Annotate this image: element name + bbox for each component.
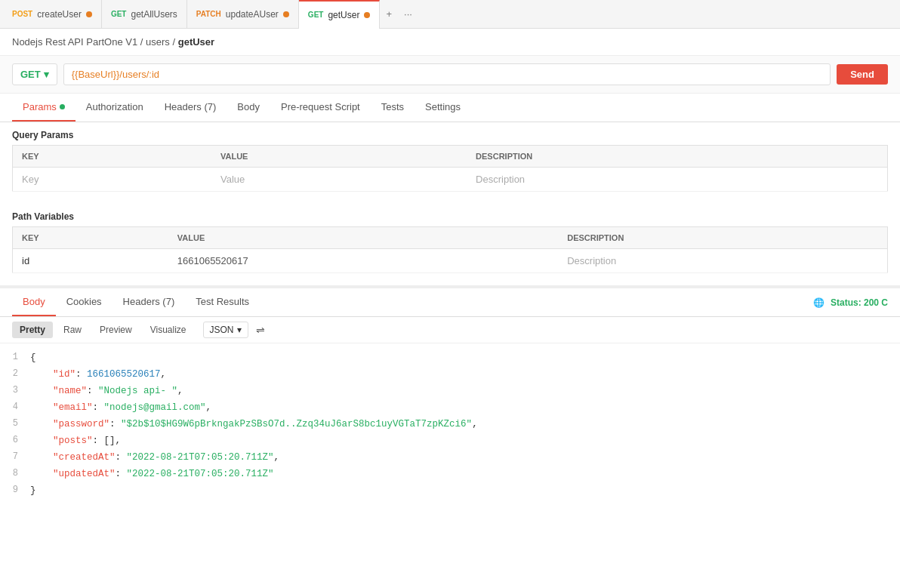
more-tabs-button[interactable]: ··· — [398, 8, 418, 20]
res-tab-test-results-label: Test Results — [196, 296, 249, 307]
format-tab-preview[interactable]: Preview — [92, 322, 140, 338]
tab-method-patch: PATCH — [196, 10, 221, 18]
response-meta: 🌐 Status: 200 C — [813, 297, 888, 308]
tab-dot-createUser — [86, 11, 92, 17]
json-line-4: 4 "email": "nodejs@gmail.com", — [0, 399, 900, 416]
url-bar: GET ▾ Send — [0, 56, 900, 94]
req-tab-pre-request[interactable]: Pre-request Script — [270, 94, 371, 122]
tab-getAllUsers[interactable]: GET getAllUsers — [102, 0, 187, 29]
query-desc-placeholder[interactable]: Description — [467, 168, 887, 192]
method-select[interactable]: GET ▾ — [12, 63, 57, 85]
tab-dot-getUser — [364, 12, 370, 18]
req-tab-body-label: Body — [237, 101, 260, 112]
req-tab-headers-label: Headers (7) — [165, 101, 217, 112]
query-value-placeholder[interactable]: Value — [211, 168, 467, 192]
status-badge: Status: 200 C — [831, 297, 888, 308]
format-tab-pretty[interactable]: Pretty — [12, 322, 53, 338]
tab-dot-updateAUser — [283, 11, 289, 17]
tab-method-get-2: GET — [308, 11, 324, 19]
res-tab-cookies[interactable]: Cookies — [56, 288, 112, 316]
res-tab-headers-label: Headers (7) — [123, 296, 175, 307]
path-var-key-id: id — [13, 249, 168, 273]
req-tab-authorization-label: Authorization — [86, 101, 143, 112]
req-tab-params-label: Params — [23, 101, 57, 112]
json-line-8: 8 "updatedAt": "2022-08-21T07:05:20.711Z… — [0, 466, 900, 482]
response-section: Body Cookies Headers (7) Test Results 🌐 … — [0, 285, 900, 505]
path-variables-title: Path Variables — [12, 204, 888, 226]
path-var-desc-id[interactable]: Description — [558, 249, 887, 273]
query-col-desc: DESCRIPTION — [467, 146, 887, 168]
query-key-placeholder[interactable]: Key — [13, 168, 211, 192]
json-line-9: 9 } — [0, 482, 900, 499]
breadcrumb-collection[interactable]: Nodejs Rest API PartOne V1 — [12, 36, 137, 48]
req-tab-tests-label: Tests — [381, 101, 404, 112]
url-input[interactable] — [63, 63, 831, 85]
req-tab-params[interactable]: Params — [12, 94, 76, 122]
query-params-title: Query Params — [12, 122, 888, 145]
format-tab-visualize[interactable]: Visualize — [143, 322, 194, 338]
tab-label-getAllUsers: getAllUsers — [131, 9, 177, 20]
query-col-key: KEY — [13, 146, 211, 168]
tab-label-getUser: getUser — [328, 10, 359, 20]
tabs-bar: POST createUser GET getAllUsers PATCH up… — [0, 0, 900, 29]
params-section: Query Params KEY VALUE DESCRIPTION Key V… — [0, 122, 900, 273]
breadcrumb-sep-1: / — [140, 36, 146, 48]
query-params-placeholder-row: Key Value Description — [13, 168, 888, 192]
ellipsis-icon: ··· — [404, 8, 412, 20]
json-body: 1 { 2 "id": 1661065520617, 3 "name": "No… — [0, 343, 900, 505]
json-line-2: 2 "id": 1661065520617, — [0, 366, 900, 383]
path-col-value: VALUE — [168, 227, 558, 249]
method-label-get: GET — [20, 69, 41, 80]
tab-method-post: POST — [12, 10, 32, 18]
globe-icon: 🌐 — [813, 297, 824, 308]
format-tab-raw[interactable]: Raw — [56, 322, 89, 338]
req-tab-headers[interactable]: Headers (7) — [154, 94, 227, 122]
breadcrumb-current: getUser — [178, 36, 214, 48]
res-tab-cookies-label: Cookies — [66, 296, 102, 307]
req-tab-pre-request-label: Pre-request Script — [281, 101, 360, 112]
json-line-7: 7 "createdAt": "2022-08-21T07:05:20.711Z… — [0, 449, 900, 466]
json-format-label: JSON — [210, 325, 234, 335]
breadcrumb-folder[interactable]: users — [146, 36, 170, 48]
response-tabs-bar: Body Cookies Headers (7) Test Results 🌐 … — [0, 288, 900, 317]
tab-method-get-1: GET — [111, 10, 127, 18]
format-bar: Pretty Raw Preview Visualize JSON ▾ ⇌ — [0, 317, 900, 343]
tab-label-createUser: createUser — [37, 9, 82, 20]
query-params-table: KEY VALUE DESCRIPTION Key Value Descript… — [12, 145, 888, 192]
req-tab-settings-label: Settings — [425, 101, 461, 112]
chevron-down-icon: ▾ — [44, 69, 49, 80]
path-var-value-id: 1661065520617 — [168, 249, 558, 273]
json-line-5: 5 "password": "$2b$10$HG9W6pBrkngakPzSBs… — [0, 416, 900, 433]
plus-icon: + — [386, 8, 392, 20]
wrap-button[interactable]: ⇌ — [251, 322, 270, 337]
path-variables-table: KEY VALUE DESCRIPTION id 1661065520617 D… — [12, 226, 888, 273]
json-format-select[interactable]: JSON ▾ — [203, 322, 248, 338]
res-tab-body-label: Body — [23, 296, 45, 307]
new-tab-button[interactable]: + — [380, 8, 398, 20]
req-tab-body[interactable]: Body — [227, 94, 270, 122]
json-line-1: 1 { — [0, 349, 900, 366]
path-col-desc: DESCRIPTION — [558, 227, 887, 249]
params-badge-dot — [60, 104, 65, 109]
req-tab-authorization[interactable]: Authorization — [76, 94, 154, 122]
query-col-value: VALUE — [211, 146, 467, 168]
res-tab-body[interactable]: Body — [12, 288, 56, 316]
tab-createUser[interactable]: POST createUser — [3, 0, 102, 29]
send-button[interactable]: Send — [837, 64, 888, 85]
tab-updateAUser[interactable]: PATCH updateAUser — [187, 0, 299, 29]
res-tab-headers[interactable]: Headers (7) — [112, 288, 186, 316]
chevron-down-icon-format: ▾ — [237, 325, 242, 335]
req-tab-tests[interactable]: Tests — [371, 94, 415, 122]
breadcrumb-sep-2: / — [172, 36, 177, 48]
req-tab-settings[interactable]: Settings — [415, 94, 471, 122]
table-row: id 1661065520617 Description — [13, 249, 888, 273]
request-tabs: Params Authorization Headers (7) Body Pr… — [0, 94, 900, 122]
path-col-key: KEY — [13, 227, 168, 249]
json-line-3: 3 "name": "Nodejs api- ", — [0, 383, 900, 399]
json-line-6: 6 "posts": [], — [0, 433, 900, 449]
tab-label-updateAUser: updateAUser — [226, 9, 279, 20]
breadcrumb: Nodejs Rest API PartOne V1 / users / get… — [0, 29, 900, 56]
res-tab-test-results[interactable]: Test Results — [185, 288, 260, 316]
tab-getUser[interactable]: GET getUser — [299, 0, 381, 29]
